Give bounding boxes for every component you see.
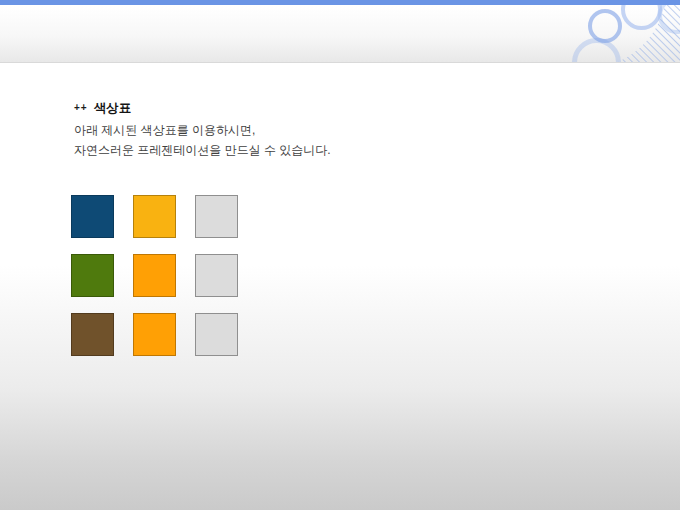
color-swatch-orange [133, 254, 176, 297]
page-title: 색상표 [94, 100, 132, 116]
diagonal-swoosh-icon [610, 5, 680, 62]
color-swatch-brown [71, 313, 114, 356]
color-swatch-light-gray [195, 254, 238, 297]
color-swatch-orange [133, 313, 176, 356]
color-swatch-olive-green [71, 254, 114, 297]
slide-title: ++ 색상표 [74, 100, 331, 116]
color-swatch-light-gray [195, 313, 238, 356]
presentation-slide: ++ 색상표 아래 제시된 색상표를 이용하시면, 자연스러운 프레젠테이션을 … [0, 0, 680, 510]
title-prefix-marks: ++ [74, 100, 88, 116]
text-block: ++ 색상표 아래 제시된 색상표를 이용하시면, 자연스러운 프레젠테이션을 … [74, 100, 331, 160]
body-line-2: 자연스러운 프레젠테이션을 만드실 수 있습니다. [74, 140, 331, 160]
color-swatch-light-gray [195, 195, 238, 238]
body-text: 아래 제시된 색상표를 이용하시면, 자연스러운 프레젠테이션을 만드실 수 있… [74, 120, 331, 160]
color-swatch-amber [133, 195, 176, 238]
color-palette-grid [71, 195, 238, 356]
body-line-1: 아래 제시된 색상표를 이용하시면, [74, 120, 331, 140]
header-band [0, 5, 680, 63]
color-swatch-dark-navy [71, 195, 114, 238]
